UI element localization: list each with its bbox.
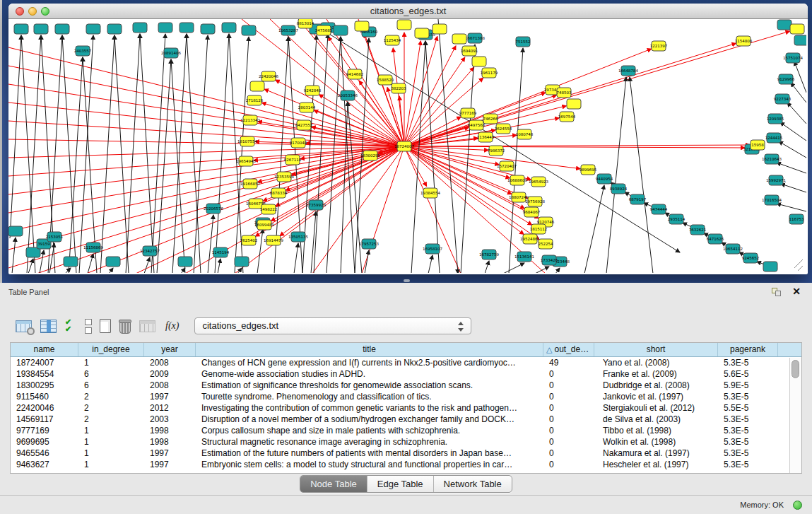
network-node-yellow[interactable]: 15720407: [497, 161, 517, 171]
network-node-yellow[interactable]: 1815112: [530, 224, 548, 234]
network-node-yellow[interactable]: 19756928: [525, 197, 545, 206]
network-node-yellow[interactable]: 16099489: [254, 220, 274, 230]
column-header-short[interactable]: short: [594, 343, 718, 356]
network-node-yellow[interactable]: [415, 28, 429, 38]
network-node-yellow[interactable]: [790, 24, 804, 34]
column-header-title[interactable]: title: [196, 343, 543, 356]
network-node-teal[interactable]: 2935114: [668, 214, 686, 224]
tab-edge-table[interactable]: Edge Table: [367, 476, 433, 492]
network-node-yellow[interactable]: 8267110: [284, 155, 302, 165]
network-canvas[interactable]: 2403557208914061065328715276026466160107…: [8, 19, 806, 273]
network-node-yellow[interactable]: 252254: [539, 239, 553, 249]
network-node-yellow[interactable]: [472, 57, 486, 66]
network-node-teal[interactable]: 1244415: [765, 133, 783, 143]
network-node-teal[interactable]: 17359928: [306, 200, 326, 210]
network-node-yellow[interactable]: 19166857: [240, 179, 260, 189]
network-node-teal[interactable]: 16648784: [618, 66, 638, 76]
network-node-yellow[interactable]: 8878334: [270, 188, 288, 198]
table-row[interactable]: 946362711997Embryonic stem cells: a mode…: [11, 459, 801, 470]
table-selector[interactable]: citations_edges.txt: [194, 317, 471, 334]
network-node-teal[interactable]: 15992971: [766, 175, 786, 185]
network-node-teal[interactable]: 16958107: [423, 244, 442, 254]
network-node-yellow[interactable]: 2803144: [298, 103, 316, 112]
network-node-yellow[interactable]: 15958: [751, 140, 765, 150]
network-node-teal[interactable]: [178, 257, 192, 267]
network-node-teal[interactable]: [158, 23, 172, 33]
network-node-yellow[interactable]: 2136443: [477, 132, 495, 142]
network-node-teal[interactable]: 9129966: [777, 74, 795, 84]
network-node-yellow[interactable]: 19384554: [420, 188, 440, 198]
table-row[interactable]: 1456911722003Disruption of a novel membe…: [11, 414, 801, 425]
network-node-teal[interactable]: [777, 20, 792, 30]
row-select-icon[interactable]: [65, 318, 76, 334]
delete-table-icon[interactable]: [119, 322, 131, 334]
network-node-teal[interactable]: 9474444: [650, 204, 668, 214]
network-node-teal[interactable]: 15136141: [514, 252, 534, 262]
network-node-teal[interactable]: [235, 257, 249, 267]
network-node-yellow[interactable]: 16914479: [264, 235, 283, 245]
tab-node-table[interactable]: Node Table: [300, 476, 367, 492]
checkbox-list-icon[interactable]: [85, 318, 91, 334]
table-row[interactable]: 1938455462009Genome-wide association stu…: [11, 368, 801, 380]
table-row[interactable]: 2242004622012Investigating the contribut…: [11, 402, 801, 414]
network-node-yellow[interactable]: [452, 34, 466, 44]
network-node-teal[interactable]: 1145194: [212, 247, 230, 257]
network-node-teal[interactable]: 20206576: [204, 204, 223, 214]
network-node-teal[interactable]: [242, 25, 256, 35]
network-node-yellow[interactable]: 1498222: [260, 204, 278, 214]
panel-close-icon[interactable]: ✕: [792, 286, 801, 297]
network-node-teal[interactable]: 9227343: [774, 94, 792, 104]
network-node-yellow[interactable]: 1154808: [735, 36, 753, 46]
network-node-teal[interactable]: 751552: [516, 37, 531, 47]
network-node-yellow[interactable]: 10688609: [507, 175, 527, 185]
network-node-yellow[interactable]: [355, 21, 369, 31]
network-node-yellow[interactable]: 1080748: [516, 129, 534, 139]
tab-network-table[interactable]: Network Table: [433, 476, 512, 492]
network-node-teal[interactable]: 9245652: [742, 253, 760, 263]
network-node-teal[interactable]: [14, 24, 28, 34]
network-node-yellow[interactable]: 8427552: [295, 120, 313, 130]
network-node-yellow[interactable]: 12213343: [240, 115, 260, 125]
network-node-yellow[interactable]: [397, 20, 411, 30]
network-node-yellow[interactable]: 9899695: [579, 165, 597, 175]
network-node-yellow[interactable]: [567, 99, 581, 109]
network-node-teal[interactable]: 116753: [789, 214, 804, 224]
network-node-teal[interactable]: 11156869: [83, 243, 103, 252]
network-node-teal[interactable]: 20891406: [161, 48, 181, 58]
network-node-teal[interactable]: [64, 257, 78, 267]
table-mode-icon[interactable]: [16, 320, 32, 332]
network-node-yellow[interactable]: 22420046: [259, 71, 278, 81]
network-node-teal[interactable]: 17957253: [359, 239, 379, 249]
network-node-yellow[interactable]: 12353594: [274, 172, 294, 182]
resize-grip-icon[interactable]: [798, 266, 803, 271]
network-node-teal[interactable]: [133, 23, 147, 33]
network-node-yellow[interactable]: 9170044: [290, 138, 307, 148]
network-node-teal[interactable]: 2403557: [74, 46, 92, 56]
network-node-teal[interactable]: [180, 23, 194, 33]
network-node-yellow[interactable]: [250, 81, 264, 91]
network-node-yellow[interactable]: 8813014: [297, 19, 314, 28]
network-node-teal[interactable]: 17016504: [762, 195, 782, 205]
network-node-yellow[interactable]: 9684067: [523, 207, 541, 217]
network-node-yellow[interactable]: 748503: [557, 88, 572, 98]
column-header-name[interactable]: name: [11, 343, 78, 356]
network-node-yellow[interactable]: 1125434: [384, 35, 401, 45]
new-table-icon[interactable]: [100, 319, 111, 333]
network-node-teal[interactable]: [222, 23, 236, 33]
network-node-teal[interactable]: [107, 24, 122, 34]
network-node-yellow[interactable]: 3475685: [315, 25, 333, 35]
network-node-teal[interactable]: [106, 257, 120, 267]
network-node-teal[interactable]: [34, 24, 48, 34]
table-row[interactable]: 1830029562008Estimation of significance …: [11, 380, 801, 391]
table-row[interactable]: 969969511998Structural magnetic resonanc…: [11, 436, 801, 448]
network-svg[interactable]: 2403557208914061065328715276026466160107…: [8, 19, 806, 273]
network-node-yellow[interactable]: 2718126: [246, 95, 264, 105]
network-node-yellow[interactable]: 7986372: [488, 146, 505, 156]
table-row[interactable]: 946554611997Estimation of the future num…: [11, 448, 801, 459]
network-node-yellow[interactable]: 382203: [392, 83, 406, 93]
network-node-yellow[interactable]: [433, 24, 447, 34]
network-node-teal[interactable]: [8, 226, 23, 236]
network-node-yellow[interactable]: 746266: [483, 114, 498, 124]
vertical-scrollbar[interactable]: [789, 358, 801, 473]
network-node-yellow[interactable]: 7625402: [240, 235, 258, 245]
